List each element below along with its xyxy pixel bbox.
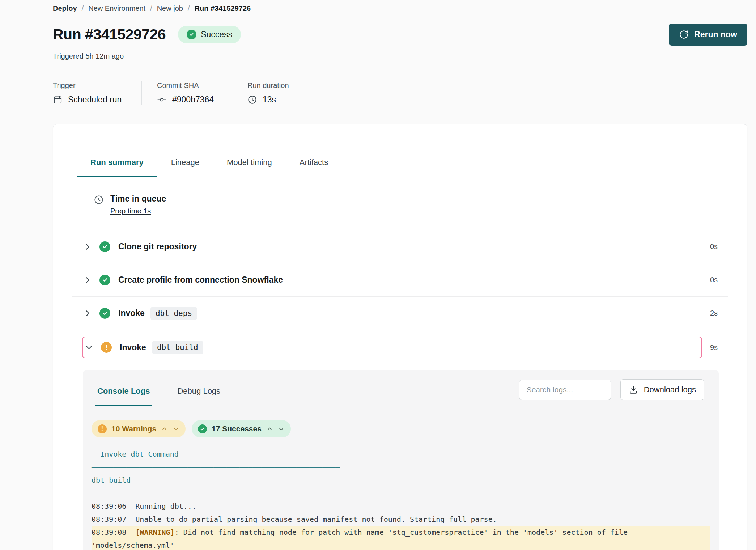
warnings-badge-label: 10 Warnings	[111, 424, 156, 433]
meta-duration: Run duration 13s	[232, 81, 303, 105]
console-log-output: Invoke dbt Command ─────────────────────…	[83, 448, 719, 550]
step-row-dbt-deps[interactable]: Invoke dbt deps 2s	[72, 297, 728, 330]
time-in-queue-section: Time in queue Prep time 1s	[72, 177, 728, 230]
log-line-separator: ────────────────────────────────────────…	[92, 461, 710, 474]
log-timestamp: 08:39:06	[92, 502, 126, 511]
step-row-dbt-build-line: ! Invoke dbt build 9s	[72, 337, 728, 358]
step-label: Clone git repository	[118, 242, 197, 251]
log-header: Console Logs Debug Logs Download logs	[83, 370, 719, 406]
breadcrumb-separator: /	[82, 4, 84, 13]
log-line: 08:39:07Unable to do partial parsing bec…	[92, 513, 710, 526]
success-check-icon	[187, 30, 196, 39]
chevron-right-icon	[83, 275, 92, 285]
meta-trigger-value: Scheduled run	[68, 95, 122, 105]
log-line-warning: 08:39:08[WARNING]: Did not find matching…	[92, 526, 710, 550]
tab-lineage[interactable]: Lineage	[157, 153, 213, 177]
success-check-icon	[99, 308, 110, 319]
page-title: Run #341529726	[53, 26, 166, 43]
breadcrumb-job[interactable]: New job	[157, 4, 183, 13]
log-line: Invoke dbt Command	[92, 448, 710, 461]
search-logs-input[interactable]	[519, 380, 611, 400]
successes-badge[interactable]: 17 Successes	[192, 420, 291, 437]
log-line: dbt build	[92, 474, 710, 487]
log-text: Invoke dbt Command	[92, 450, 179, 458]
breadcrumb: Deploy / New Environment / New job / Run…	[53, 4, 747, 13]
breadcrumb-deploy[interactable]: Deploy	[53, 4, 77, 13]
chevron-up-icon[interactable]	[266, 426, 273, 432]
chevron-down-icon[interactable]	[173, 426, 179, 432]
warning-icon: !	[98, 424, 107, 433]
download-icon	[629, 385, 638, 394]
step-duration: 9s	[710, 343, 718, 352]
success-check-icon	[198, 424, 207, 433]
log-filter-badges: ! 10 Warnings 17 Successes	[83, 406, 719, 437]
log-line-blank	[92, 487, 710, 500]
prep-time-link[interactable]: Prep time 1s	[110, 207, 151, 215]
download-logs-label: Download logs	[644, 385, 696, 394]
breadcrumb-environment[interactable]: New Environment	[88, 4, 145, 13]
tab-model-timing[interactable]: Model timing	[213, 153, 286, 177]
warnings-badge[interactable]: ! 10 Warnings	[92, 420, 186, 437]
time-in-queue-title: Time in queue	[110, 194, 166, 204]
success-check-icon	[99, 241, 110, 252]
tab-console-logs[interactable]: Console Logs	[95, 380, 152, 406]
tab-run-summary[interactable]: Run summary	[77, 153, 157, 177]
breadcrumb-current-run: Run #341529726	[194, 4, 251, 13]
rerun-now-button[interactable]: Rerun now	[669, 24, 747, 46]
run-meta: Trigger Scheduled run Commit SHA #900b73…	[53, 81, 747, 105]
refresh-icon	[679, 30, 689, 39]
step-command-chip: dbt deps	[150, 307, 197, 320]
meta-trigger: Trigger Scheduled run	[53, 81, 141, 105]
warning-icon: !	[101, 342, 112, 353]
status-badge-label: Success	[201, 30, 232, 39]
run-detail-page: Deploy / New Environment / New job / Run…	[0, 0, 756, 550]
calendar-icon	[53, 95, 63, 105]
step-duration: 2s	[710, 309, 718, 317]
run-summary-card: Run summary Lineage Model timing Artifac…	[53, 124, 747, 550]
tab-debug-logs[interactable]: Debug Logs	[175, 380, 222, 406]
log-tabs: Console Logs Debug Logs	[95, 380, 246, 406]
commit-icon	[157, 95, 167, 105]
page-header: Run #341529726 Success Rerun now	[53, 24, 747, 46]
log-text: Unable to do partial parsing because sav…	[135, 515, 497, 524]
step-row-clone-git[interactable]: Clone git repository 0s	[72, 230, 728, 263]
meta-commit-value: #900b7364	[172, 95, 214, 105]
step-row-dbt-build[interactable]: ! Invoke dbt build	[82, 337, 702, 358]
clock-icon	[247, 95, 257, 105]
step-duration: 0s	[710, 276, 718, 284]
log-text: dbt build	[92, 476, 131, 485]
step-label: Invoke	[118, 308, 145, 318]
status-badge: Success	[178, 26, 241, 43]
run-tabs: Run summary Lineage Model timing Artifac…	[72, 153, 728, 177]
tab-artifacts[interactable]: Artifacts	[286, 153, 342, 177]
meta-commit-label: Commit SHA	[157, 81, 217, 90]
meta-duration-label: Run duration	[247, 81, 289, 90]
meta-duration-value: 13s	[263, 95, 276, 105]
step-command-chip: dbt build	[152, 341, 203, 354]
log-panel: Console Logs Debug Logs Download logs ! …	[83, 370, 719, 550]
triggered-text: Triggered 5h 12m ago	[53, 52, 747, 60]
download-logs-button[interactable]: Download logs	[620, 379, 704, 400]
meta-commit: Commit SHA #900b7364	[141, 81, 232, 105]
rerun-now-label: Rerun now	[694, 30, 737, 39]
chevron-right-icon	[83, 309, 92, 318]
breadcrumb-separator: /	[150, 4, 152, 13]
step-duration: 0s	[710, 242, 718, 251]
breadcrumb-separator: /	[188, 4, 190, 13]
log-timestamp: 08:39:07	[92, 515, 126, 524]
chevron-down-icon	[84, 343, 94, 352]
clock-icon	[94, 195, 104, 205]
step-row-create-profile[interactable]: Create profile from connection Snowflake…	[72, 263, 728, 297]
log-timestamp: 08:39:08	[92, 528, 126, 537]
log-warning-prefix: [WARNING]	[135, 528, 174, 537]
successes-badge-label: 17 Successes	[212, 424, 262, 433]
log-text: Running dbt...	[135, 502, 196, 511]
chevron-down-icon[interactable]	[278, 426, 285, 432]
step-label: Invoke	[120, 343, 146, 352]
success-check-icon	[99, 275, 110, 285]
chevron-up-icon[interactable]	[161, 426, 168, 432]
meta-trigger-label: Trigger	[53, 81, 127, 90]
step-label: Create profile from connection Snowflake	[118, 275, 283, 285]
chevron-right-icon	[83, 242, 92, 251]
log-line: 08:39:06Running dbt...	[92, 500, 710, 513]
